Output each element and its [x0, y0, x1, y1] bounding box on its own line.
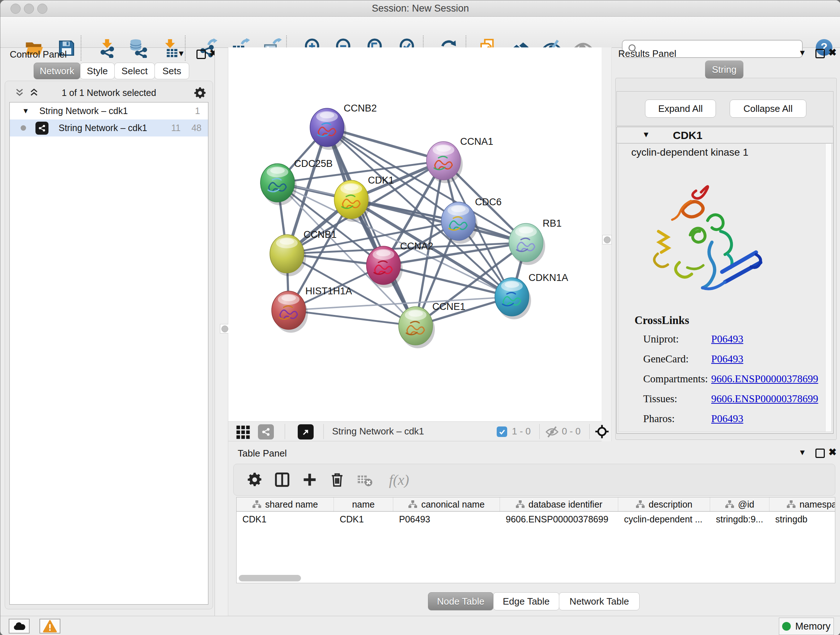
splitter-handle[interactable]	[602, 235, 612, 244]
crosslink-link[interactable]: P06493	[711, 333, 744, 345]
network-node-RB1[interactable]	[509, 223, 545, 265]
tab-style[interactable]: Style	[80, 63, 115, 79]
table-cell[interactable]: stringdb	[769, 511, 835, 527]
entry-caret-icon[interactable]: ▼	[642, 130, 650, 139]
expand-all-button[interactable]: Expand All	[645, 100, 716, 118]
table-cell[interactable]: P06493	[393, 511, 500, 527]
external-link-icon[interactable]	[298, 424, 314, 440]
crosslink-link[interactable]: 9606.ENSP00000378699	[711, 393, 818, 405]
column-header-shared-name[interactable]: shared name	[237, 497, 334, 511]
results-scrollbar[interactable]	[825, 144, 831, 432]
collection-count: 1	[195, 106, 200, 116]
panel-menu-caret-icon[interactable]: ▼	[798, 48, 806, 57]
tab-network[interactable]: Network	[34, 63, 80, 79]
panel-menu-caret-icon[interactable]: ▼	[177, 49, 185, 58]
birdseye-grid-icon[interactable]	[235, 424, 251, 440]
table-settings-gear-icon[interactable]	[245, 470, 264, 489]
cloud-icon	[12, 619, 27, 633]
table-cell[interactable]: stringdb:9...	[710, 511, 769, 527]
panel-close-icon[interactable]: ✖	[829, 49, 837, 56]
horizontal-scrollbar-thumb[interactable]	[239, 575, 301, 581]
tab-select[interactable]: Select	[114, 63, 155, 79]
column-header-@id[interactable]: @id	[710, 497, 769, 511]
minimize-window-button[interactable]	[24, 4, 34, 14]
tab-sets[interactable]: Sets	[155, 63, 189, 79]
left-splitter[interactable]	[215, 48, 228, 616]
panel-float-icon[interactable]	[815, 49, 825, 58]
crosslink-link[interactable]: P06493	[711, 413, 744, 424]
crosslink-link[interactable]: P06493	[711, 353, 744, 365]
panel-close-icon[interactable]: ✖	[829, 448, 837, 456]
panel-float-icon[interactable]	[196, 50, 206, 59]
control-panel-title: Control Panel	[10, 49, 67, 60]
network-graph[interactable]: CCNB2CCNA1CDC25BCDK1CDC6RB1CCNB1CCNA2CDK…	[228, 48, 602, 421]
column-source-icon	[252, 500, 262, 509]
control-panel: Control Panel ▼ ✖ NetworkStyleSelectSets…	[3, 48, 215, 611]
statusbar-separator	[324, 424, 324, 439]
show-columns-icon[interactable]	[273, 470, 292, 489]
selected-counter: 1 - 0	[512, 422, 531, 441]
network-node-CDK1[interactable]	[334, 180, 370, 222]
crosslinks-title: CrossLinks	[635, 314, 689, 327]
table-cell[interactable]: 9606.ENSP00000378699	[500, 511, 618, 527]
warnings-button[interactable]	[39, 619, 60, 633]
zoom-window-button[interactable]	[37, 4, 47, 14]
function-builder-icon[interactable]: f(x)	[383, 470, 415, 489]
network-node-CDC25B[interactable]	[261, 164, 297, 205]
network-tree: ▼ String Network – cdk1 1 String Network…	[9, 102, 208, 605]
selected-checkbox[interactable]	[497, 426, 507, 437]
table-row[interactable]: CDK1CDK1P064939606.ENSP00000378699cyclin…	[237, 511, 835, 527]
warning-icon	[43, 619, 57, 633]
table-panel: Table Panel ▼ ✖ f(x) shared namena	[228, 441, 840, 616]
add-column-icon[interactable]	[300, 470, 319, 489]
tab-network-table[interactable]: Network Table	[559, 592, 639, 610]
crosshair-icon[interactable]	[594, 424, 609, 439]
panel-menu-caret-icon[interactable]: ▼	[798, 448, 806, 457]
column-header-namespace[interactable]: namespace	[769, 497, 835, 511]
right-splitter[interactable]	[602, 48, 612, 441]
hidden-eye-slash-icon[interactable]	[545, 425, 559, 439]
panel-float-icon[interactable]	[815, 448, 825, 458]
column-source-icon	[636, 500, 645, 509]
network-node-HIST1H1A[interactable]	[272, 291, 308, 333]
tab-string[interactable]: String	[705, 60, 744, 79]
memory-button[interactable]: Memory	[779, 618, 834, 635]
node-label-CCNB1: CCNB1	[303, 229, 337, 240]
crosslink-label: Compartments:	[643, 373, 711, 385]
cloud-button[interactable]	[9, 619, 30, 633]
network-node-CCNA1[interactable]	[426, 141, 463, 183]
column-header-database-identifier[interactable]: database identifier	[500, 497, 618, 511]
node-count: 11	[171, 123, 180, 133]
network-row[interactable]: String Network – cdk1 11 48	[10, 119, 208, 136]
close-window-button[interactable]	[11, 4, 21, 14]
clear-table-icon[interactable]	[355, 470, 374, 489]
table-cell[interactable]: CDK1	[334, 511, 393, 527]
tab-node-table[interactable]: Node Table	[428, 592, 493, 610]
tree-caret-icon[interactable]: ▼	[22, 107, 29, 115]
column-header-description[interactable]: description	[618, 497, 710, 511]
table-cell[interactable]: cyclin-dependent ...	[618, 511, 710, 527]
network-collection-row[interactable]: ▼ String Network – cdk1 1	[10, 103, 208, 119]
crosslink-link[interactable]: 9606.ENSP00000378699	[711, 373, 818, 385]
column-header-name[interactable]: name	[334, 497, 393, 511]
crosslink-row: Tissues:9606.ENSP00000378699	[643, 389, 818, 409]
network-canvas[interactable]: CCNB2CCNA1CDC25BCDK1CDC6RB1CCNB1CCNA2CDK…	[228, 48, 602, 421]
collapse-all-button[interactable]: Collapse All	[729, 100, 806, 118]
column-header-canonical-name[interactable]: canonical name	[393, 497, 500, 511]
table-cell[interactable]: CDK1	[237, 511, 334, 527]
traffic-lights	[11, 4, 47, 14]
tab-edge-table[interactable]: Edge Table	[493, 592, 559, 610]
network-options-gear-icon[interactable]	[193, 86, 207, 101]
node-label-HIST1H1A: HIST1H1A	[305, 286, 352, 296]
crosslink-label: Pharos:	[643, 413, 711, 424]
network-node-CCNB2[interactable]	[310, 108, 346, 150]
node-label-CCNA2: CCNA2	[400, 241, 433, 252]
result-entry-header[interactable]: ▼ CDK1	[617, 127, 833, 143]
crosslinks-list: Uniprot:P06493GeneCard:P06493Compartment…	[643, 329, 818, 429]
network-node-CDKN1A[interactable]	[495, 278, 531, 319]
main-toolbar: ?	[0, 17, 840, 48]
crosslink-row: Uniprot:P06493	[643, 329, 818, 349]
network-node-CCNE1[interactable]	[399, 307, 435, 348]
string-share-icon[interactable]	[258, 424, 274, 440]
delete-column-trash-icon[interactable]	[328, 470, 347, 489]
